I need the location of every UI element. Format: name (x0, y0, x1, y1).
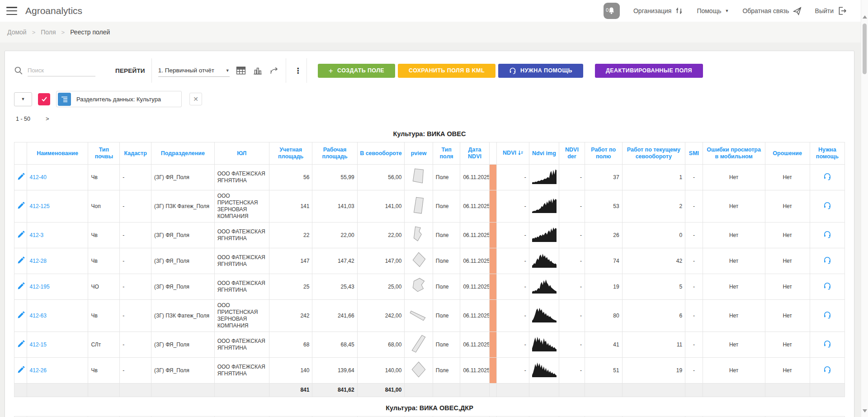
need-help-icon[interactable] (823, 175, 831, 182)
bar-chart-icon[interactable] (253, 66, 263, 75)
need-help-icon[interactable] (823, 369, 831, 375)
ndvi-sparkline[interactable] (532, 263, 557, 270)
next-page-button[interactable]: > (46, 115, 49, 122)
col-pview[interactable]: pview (405, 142, 433, 165)
field-shape[interactable] (409, 374, 428, 380)
logout-label: Выйти (815, 7, 834, 14)
filter-checkbox[interactable] (38, 93, 50, 105)
data-divider-chip[interactable]: Разделитель данных: Культура (56, 91, 182, 107)
edit-icon[interactable] (17, 369, 25, 375)
more-options-kebab-icon[interactable]: ⋮ (292, 66, 304, 76)
notifications-button[interactable]: 0 (604, 3, 620, 19)
field-shape[interactable] (409, 239, 428, 245)
registered-area-cell: 22 (269, 223, 312, 248)
edit-icon[interactable] (17, 259, 25, 265)
filter-dropdown-button[interactable]: ▼ (14, 92, 32, 106)
edit-icon[interactable] (17, 204, 25, 211)
breadcrumb-home[interactable]: Домой (7, 28, 27, 36)
soil-type-cell: Чв (88, 248, 120, 274)
need-help-button[interactable]: НУЖНА ПОМОЩЬ (498, 64, 583, 78)
field-shape[interactable] (409, 290, 428, 297)
need-help-icon[interactable] (823, 285, 831, 291)
organization-menu[interactable]: Организация (633, 7, 683, 15)
field-type-cell: Поле (433, 274, 460, 300)
scroll-up-arrow-icon[interactable] (863, 15, 867, 19)
ndvi-sparkline[interactable] (532, 237, 557, 244)
need-help-icon[interactable] (823, 204, 831, 211)
mobile-errors-cell: Нет (703, 223, 765, 248)
col-field-type[interactable]: Тип поля (433, 142, 460, 165)
table-view-icon[interactable] (236, 66, 246, 75)
col-name[interactable]: Наименование (27, 142, 88, 165)
col-working-area[interactable]: Рабочая площадь (312, 142, 357, 165)
remove-filter-button[interactable]: ✕ (189, 93, 202, 105)
breadcrumb-fields[interactable]: Поля (41, 28, 56, 36)
edit-icon[interactable] (17, 343, 25, 349)
field-shape[interactable] (409, 210, 428, 216)
working-area-cell: 139,64 (312, 358, 357, 384)
col-works-field[interactable]: Работ по полю (585, 142, 622, 165)
col-in-rotation[interactable]: В севообороте (357, 142, 405, 165)
field-link[interactable]: 412-195 (30, 284, 50, 290)
col-registered-area[interactable]: Учетная площадь (269, 142, 312, 165)
field-link[interactable]: 412-15 (30, 341, 47, 348)
edit-icon[interactable] (17, 314, 25, 320)
col-ndvi[interactable]: NDVI (497, 142, 529, 165)
col-subdivision[interactable]: Подразделение (151, 142, 215, 165)
go-button[interactable]: ПЕРЕЙТИ (115, 67, 145, 74)
field-type-cell: Поле (433, 332, 460, 358)
ndvi-sparkline[interactable] (532, 318, 557, 324)
headset-icon (509, 67, 516, 74)
ndvi-sparkline[interactable] (532, 289, 557, 295)
registered-area-cell: 140 (269, 358, 312, 384)
col-mobile-errors[interactable]: Ошибки просмотра в мобильном (703, 142, 765, 165)
field-link[interactable]: 412-63 (30, 313, 47, 319)
field-shape[interactable] (409, 181, 428, 187)
col-need-help[interactable]: Нужна помощь (810, 142, 844, 165)
field-link[interactable]: 412-26 (30, 367, 47, 374)
field-shape[interactable] (409, 319, 428, 326)
edit-icon[interactable] (17, 175, 25, 182)
field-shape[interactable] (409, 348, 428, 355)
field-shape[interactable] (409, 265, 428, 271)
col-soil-type[interactable]: Тип почвы (88, 142, 120, 165)
col-legal-entity[interactable]: ЮЛ (214, 142, 269, 165)
logout-button[interactable]: Выйти (815, 6, 846, 15)
search-input[interactable] (28, 65, 95, 76)
ndvi-sparkline[interactable] (532, 347, 557, 353)
field-link[interactable]: 412-3 (30, 232, 44, 238)
create-field-button[interactable]: + СОЗДАТЬ ПОЛЕ (318, 64, 395, 78)
vertical-scrollbar[interactable] (861, 0, 868, 417)
in-rotation-cell: 140,00 (357, 358, 405, 384)
save-kml-button[interactable]: СОХРАНИТЬ ПОЛЯ В KML (398, 64, 495, 78)
help-menu[interactable]: Помощь ▼ (697, 7, 729, 14)
report-select[interactable]: 1. Первичный отчёт ▼ (158, 64, 230, 77)
field-link[interactable]: 412-40 (30, 174, 47, 180)
ndvi-sparkline[interactable] (532, 208, 557, 215)
scrollbar-thumb[interactable] (863, 24, 867, 74)
subdivision-cell: (ЗГ) ФЯ_Поля (151, 332, 215, 358)
feedback-button[interactable]: Обратная связь (742, 7, 801, 15)
export-arrow-icon[interactable] (269, 66, 279, 75)
col-ndvi-der[interactable]: NDVI der (559, 142, 585, 165)
ndvi-sparkline[interactable] (532, 373, 557, 379)
field-link[interactable]: 412-125 (30, 203, 50, 209)
scroll-down-arrow-icon[interactable] (863, 409, 867, 412)
col-cadastre[interactable]: Кадастр (120, 142, 151, 165)
col-works-rotation[interactable]: Работ по текущему севообороту (622, 142, 685, 165)
group-title-vika-oves: Культура: ВИКА ОВЕС (14, 123, 845, 142)
need-help-icon[interactable] (823, 343, 831, 349)
col-smi[interactable]: SMI (685, 142, 703, 165)
need-help-icon[interactable] (823, 233, 831, 240)
col-irrigation[interactable]: Орошение (765, 142, 810, 165)
need-help-icon[interactable] (823, 314, 831, 320)
need-help-icon[interactable] (823, 259, 831, 265)
deactivated-fields-button[interactable]: ДЕАКТИВИРОВАННЫЕ ПОЛЯ (595, 64, 703, 78)
hamburger-menu-icon[interactable] (6, 7, 17, 15)
edit-icon[interactable] (17, 285, 25, 291)
ndvi-sparkline[interactable] (532, 180, 557, 186)
col-ndvi-img[interactable]: Ndvi img (529, 142, 559, 165)
col-ndvi-date[interactable]: Дата NDVI (460, 142, 489, 165)
edit-icon[interactable] (17, 233, 25, 240)
field-link[interactable]: 412-28 (30, 258, 47, 264)
